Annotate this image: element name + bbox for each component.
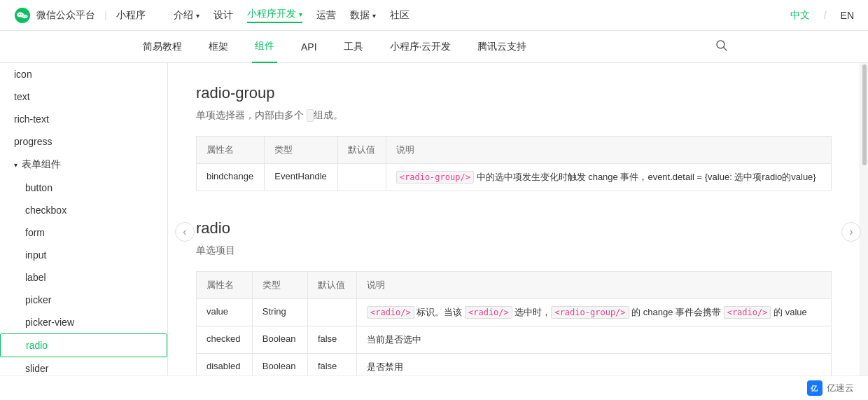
subnav-tutorial[interactable]: 简易教程 bbox=[140, 31, 185, 63]
svg-point-3 bbox=[19, 13, 20, 15]
cell-checked-name: checked bbox=[197, 326, 253, 354]
svg-point-4 bbox=[21, 13, 22, 15]
sidebar-item-icon[interactable]: icon bbox=[0, 63, 167, 85]
col-type2: 类型 bbox=[252, 272, 307, 299]
sidebar-item-form[interactable]: form bbox=[0, 221, 167, 244]
subnav-tools[interactable]: 工具 bbox=[341, 31, 366, 63]
sidebar-item-label[interactable]: label bbox=[0, 266, 167, 289]
search-icon[interactable] bbox=[715, 39, 728, 54]
cell-value-name: value bbox=[197, 299, 253, 326]
sidebar-item-rich-text[interactable]: rich-text bbox=[0, 108, 167, 130]
radio-group-title: radio-group bbox=[196, 84, 832, 102]
cell-desc: <radio-group/> 中的选中项发生变化时触发 change 事件，ev… bbox=[386, 164, 831, 191]
radio-group-desc: 单项选择器，内部由多个 组成。 bbox=[196, 109, 832, 122]
radio-group-table: 属性名 类型 默认值 说明 bindchange EventHandle <ra… bbox=[196, 136, 832, 191]
nav-separator: ｜ bbox=[101, 9, 111, 22]
cell-value-desc: <radio/> 标识。当该 <radio/> 选中时，<radio-group… bbox=[356, 299, 831, 326]
svg-line-8 bbox=[724, 48, 727, 51]
col-desc2: 说明 bbox=[356, 272, 831, 299]
chevron-down-icon: ▾ bbox=[14, 161, 18, 169]
nav-data[interactable]: 数据 ▾ bbox=[350, 9, 376, 22]
subnav-api[interactable]: API bbox=[298, 31, 320, 63]
radio-group-code bbox=[307, 109, 314, 122]
yisuyun-logo[interactable]: 亿 亿速云 bbox=[807, 380, 854, 396]
next-arrow[interactable]: › bbox=[841, 222, 861, 242]
content-wrapper: ‹ radio-group 单项选择器，内部由多个 组成。 属性名 类型 默认值… bbox=[168, 63, 868, 400]
main-layout: icon text rich-text progress ▾ 表单组件 butt… bbox=[0, 63, 868, 400]
sidebar-item-input[interactable]: input bbox=[0, 244, 167, 266]
nav-ops[interactable]: 运营 bbox=[316, 9, 336, 22]
table-row: bindchange EventHandle <radio-group/> 中的… bbox=[197, 164, 832, 191]
col-default2: 默认值 bbox=[307, 272, 356, 299]
svg-point-5 bbox=[23, 15, 24, 16]
top-nav: 微信公众平台 ｜ 小程序 介绍 ▾ 设计 小程序开发 ▾ 运营 数据 ▾ 社区 … bbox=[0, 0, 868, 31]
prev-arrow[interactable]: ‹ bbox=[175, 222, 195, 242]
main-content: radio-group 单项选择器，内部由多个 组成。 属性名 类型 默认值 说… bbox=[168, 63, 860, 400]
sidebar-item-picker-view[interactable]: picker-view bbox=[0, 311, 167, 333]
cell-type: EventHandle bbox=[265, 164, 338, 191]
lang-en[interactable]: EN bbox=[841, 10, 854, 21]
bottom-bar: 亿 亿速云 bbox=[0, 375, 868, 400]
table-row-value: value String <radio/> 标识。当该 <radio/> 选中时… bbox=[197, 299, 832, 326]
top-nav-links: 介绍 ▾ 设计 小程序开发 ▾ 运营 数据 ▾ 社区 bbox=[174, 8, 410, 23]
nav-intro[interactable]: 介绍 ▾ bbox=[174, 9, 200, 22]
sidebar-item-checkbox[interactable]: checkbox bbox=[0, 199, 167, 221]
col-default: 默认值 bbox=[337, 137, 386, 164]
lang-zh[interactable]: 中文 bbox=[790, 9, 810, 22]
sub-nav: 简易教程 框架 组件 API 工具 小程序·云开发 腾讯云支持 bbox=[0, 31, 868, 63]
radio-desc: 单选项目 bbox=[196, 244, 832, 257]
col-attr2: 属性名 bbox=[197, 272, 253, 299]
svg-text:亿: 亿 bbox=[810, 385, 818, 392]
cell-name: bindchange bbox=[197, 164, 265, 191]
yisuyun-icon: 亿 bbox=[807, 380, 822, 396]
col-attr: 属性名 bbox=[197, 137, 265, 164]
product-name: 小程序 bbox=[116, 9, 146, 22]
table-row-checked: checked Boolean false 当前是否选中 bbox=[197, 326, 832, 354]
brand: 微信公众平台 ｜ 小程序 bbox=[14, 7, 146, 24]
sidebar-item-radio[interactable]: radio bbox=[0, 333, 167, 357]
subnav-components[interactable]: 组件 bbox=[252, 31, 277, 63]
subnav-framework[interactable]: 框架 bbox=[206, 31, 231, 63]
sidebar-item-picker[interactable]: picker bbox=[0, 289, 167, 311]
cell-checked-desc: 当前是否选中 bbox=[356, 326, 831, 354]
cell-value-type: String bbox=[252, 299, 307, 326]
radio-title: radio bbox=[196, 219, 832, 237]
sidebar-item-text[interactable]: text bbox=[0, 85, 167, 108]
sidebar-item-button[interactable]: button bbox=[0, 177, 167, 199]
cell-checked-type: Boolean bbox=[252, 326, 307, 354]
cell-value-default bbox=[307, 299, 356, 326]
svg-point-6 bbox=[25, 15, 26, 16]
subnav-tencent[interactable]: 腾讯云支持 bbox=[475, 31, 529, 63]
radio-table: 属性名 类型 默认值 说明 value String <radio/> 标识。当… bbox=[196, 271, 832, 381]
chevron-left-icon: ‹ bbox=[183, 226, 186, 238]
nav-dev[interactable]: 小程序开发 ▾ bbox=[247, 8, 302, 23]
chevron-right-icon2: › bbox=[849, 226, 853, 238]
wechat-icon bbox=[14, 7, 31, 24]
col-desc: 说明 bbox=[386, 137, 831, 164]
lang-sep: / bbox=[824, 10, 827, 21]
col-type: 类型 bbox=[265, 137, 338, 164]
cell-default bbox=[337, 164, 386, 191]
sidebar: icon text rich-text progress ▾ 表单组件 butt… bbox=[0, 63, 168, 400]
svg-point-2 bbox=[22, 14, 28, 18]
nav-design[interactable]: 设计 bbox=[214, 9, 233, 22]
nav-community[interactable]: 社区 bbox=[390, 9, 410, 22]
cell-checked-default: false bbox=[307, 326, 356, 354]
top-nav-right: 中文 / EN bbox=[790, 9, 854, 22]
yisuyun-text: 亿速云 bbox=[827, 382, 854, 394]
subnav-cloud[interactable]: 小程序·云开发 bbox=[387, 31, 454, 63]
sidebar-group-form[interactable]: ▾ 表单组件 bbox=[0, 153, 167, 177]
sidebar-item-progress[interactable]: progress bbox=[0, 130, 167, 153]
platform-name: 微信公众平台 bbox=[36, 9, 95, 22]
